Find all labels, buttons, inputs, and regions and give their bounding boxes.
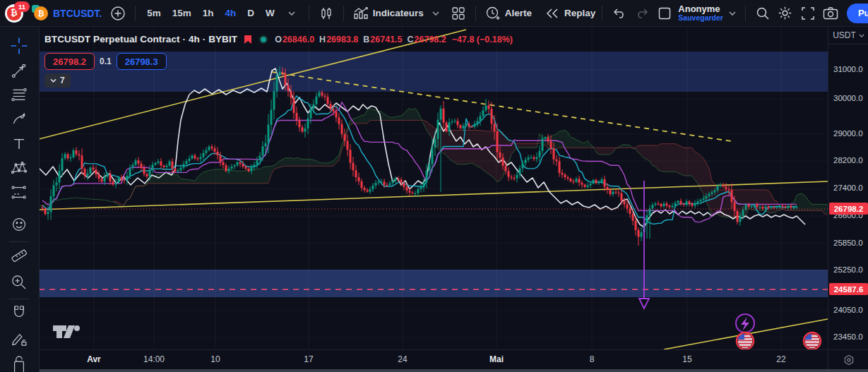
indicators-icon[interactable] — [350, 3, 371, 24]
replay-button[interactable]: Replay — [564, 8, 595, 18]
bottom-strip — [39, 369, 868, 372]
brush-tool[interactable] — [7, 109, 31, 130]
time-tick: 22 — [776, 354, 785, 364]
replay-icon[interactable] — [542, 3, 563, 24]
fullscreen-icon[interactable] — [797, 3, 819, 24]
time-tick: 24 — [398, 354, 407, 364]
sell-bid-button[interactable]: 26798.2 — [44, 53, 95, 70]
timeframe-1w[interactable]: W — [261, 4, 280, 23]
undo-icon[interactable] — [609, 3, 630, 24]
timeframe-15m[interactable]: 15m — [167, 4, 196, 23]
symbol-button[interactable]: BTCUSDT. — [53, 8, 102, 19]
layout-name-button[interactable]: Anonyme Sauvegarder — [678, 4, 723, 22]
xabcd-pattern-tool[interactable] — [7, 157, 31, 179]
btc-coin-icon: ₿ — [32, 6, 48, 21]
projection-tool[interactable] — [7, 181, 31, 202]
price-tick: 25850.0 — [833, 239, 863, 247]
indicators-button[interactable]: Indicateurs — [373, 8, 424, 18]
market-status-icon — [258, 35, 268, 44]
chart-type-candles-icon[interactable] — [316, 3, 337, 24]
text-tool[interactable] — [7, 133, 31, 155]
chevron-down-icon — [859, 34, 864, 37]
compare-add-icon[interactable] — [107, 3, 129, 24]
support-zone — [39, 270, 828, 297]
search-icon[interactable] — [752, 3, 773, 24]
tradingview-window: ₿ 11 ₿ BTCUSDT. 5m 15m 1h 4h D W Indicat… — [0, 0, 868, 372]
ruler-tool[interactable] — [7, 245, 31, 266]
layout-name: Anonyme — [678, 4, 723, 14]
magnet-tool[interactable] — [7, 302, 31, 323]
price-axis[interactable]: USDT 31000.030000.029000.028200.027400.0… — [828, 27, 868, 349]
time-tick: 15 — [682, 354, 691, 364]
alert-clock-icon[interactable] — [482, 3, 504, 24]
indicators-collapse-chip[interactable]: 7 — [44, 73, 71, 88]
time-tick: 14:00 — [143, 354, 165, 364]
lock-all-tool[interactable] — [7, 353, 31, 372]
chart-plot-area[interactable] — [39, 27, 828, 349]
scales-settings-icon[interactable] — [843, 354, 855, 366]
time-tick: 8 — [590, 354, 595, 364]
chart-legend: BTCUSDT Perpetual Contract · 4h · BYBIT … — [44, 34, 513, 44]
ichimoku-cloud — [596, 148, 616, 155]
settings-gear-icon[interactable] — [775, 3, 796, 24]
emoji-tool[interactable] — [7, 214, 31, 235]
time-axis[interactable]: Avr14:00101724Mai81522 — [39, 349, 828, 370]
price-tick: 27400.0 — [833, 184, 863, 192]
chevron-down-icon — [50, 78, 57, 83]
hidden-indicators-count: 7 — [60, 76, 65, 85]
time-tick: Avr — [87, 354, 101, 364]
buy-ask-button[interactable]: 26798.3 — [117, 53, 167, 70]
order-panel: 26798.2 0.1 26798.3 — [44, 53, 167, 70]
top-toolbar: ₿ 11 ₿ BTCUSDT. 5m 15m 1h 4h D W Indicat… — [0, 0, 868, 27]
price-tick: 30000.0 — [833, 94, 863, 102]
change-value: −47.8 (−0.18%) — [452, 35, 513, 44]
publish-button[interactable]: Publier — [847, 4, 868, 23]
layout-select-icon[interactable] — [654, 3, 675, 24]
price-tick: 31000.0 — [833, 65, 863, 73]
layout-templates-icon[interactable] — [448, 3, 469, 24]
trend-line-tool[interactable] — [7, 60, 31, 81]
app-logo[interactable]: ₿ 11 — [4, 3, 25, 24]
alert-button[interactable]: Alerte — [505, 8, 532, 18]
drawing-lock-tool[interactable] — [7, 328, 31, 349]
price-axis-currency[interactable]: USDT — [828, 27, 868, 44]
ichimoku-cloud — [124, 108, 421, 205]
screenshot-camera-icon[interactable] — [820, 3, 841, 24]
ohlc-values: O26846.0 H26983.8 B26741.5 C26798.2 −47.… — [275, 35, 513, 44]
timeframe-4h[interactable]: 4h — [220, 4, 242, 23]
price-tick: 24050.0 — [833, 306, 863, 314]
zoom-in-tool[interactable] — [7, 272, 31, 293]
fib-retracement-tool[interactable] — [7, 85, 31, 106]
indicators-chevron-down-icon[interactable] — [425, 3, 446, 24]
timeframe-5m[interactable]: 5m — [142, 4, 166, 23]
alert-price-label: 24587.6 — [829, 283, 868, 295]
timeframe-chevron-down-icon[interactable] — [281, 3, 302, 24]
price-tick: 28200.0 — [833, 156, 863, 164]
time-tick: 17 — [304, 354, 313, 364]
redo-icon[interactable] — [631, 3, 653, 24]
price-tick: 23450.0 — [833, 332, 863, 341]
price-chart-canvas[interactable] — [39, 27, 828, 349]
price-tick: 25250.0 — [833, 265, 863, 274]
last-price-label: 26798.2 — [829, 203, 868, 215]
time-tick: Mai — [489, 354, 504, 364]
time-tick: 10 — [210, 354, 220, 364]
timeframe-1d[interactable]: D — [242, 4, 259, 23]
price-tick: 29000.0 — [833, 129, 863, 138]
save-label[interactable]: Sauvegarder — [678, 14, 723, 22]
drawing-toolbar — [0, 27, 40, 372]
down-arrow-head — [639, 299, 649, 308]
axis-settings-corner[interactable] — [828, 349, 868, 370]
timeframe-1h[interactable]: 1h — [198, 4, 219, 23]
flag-icon[interactable] — [244, 35, 252, 44]
notification-badge: 11 — [14, 1, 30, 12]
symbol-title[interactable]: BTCUSDT Perpetual Contract · 4h · BYBIT — [44, 34, 237, 44]
layout-chevron-down-icon[interactable] — [726, 3, 739, 24]
spread-value: 0.1 — [100, 56, 112, 66]
crosshair-tool[interactable] — [7, 35, 31, 56]
